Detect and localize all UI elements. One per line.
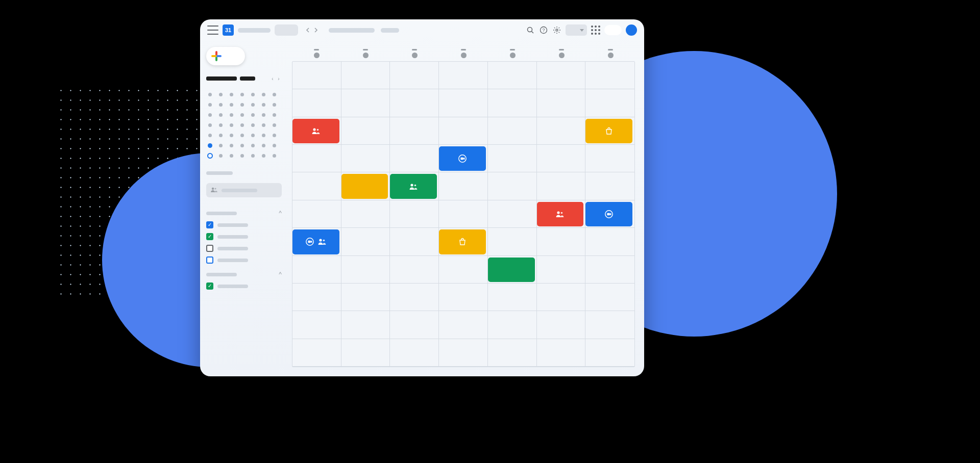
grid-cell[interactable] xyxy=(390,62,439,89)
grid-cell[interactable] xyxy=(292,200,341,228)
grid-cell[interactable] xyxy=(439,256,488,284)
mini-calendar-day[interactable] xyxy=(208,143,212,148)
grid-cell[interactable] xyxy=(390,89,439,117)
event[interactable] xyxy=(292,229,339,254)
grid-cell[interactable] xyxy=(390,145,439,172)
day-header[interactable] xyxy=(488,49,537,58)
mini-calendar-day[interactable] xyxy=(219,134,223,137)
mini-calendar-day[interactable] xyxy=(251,103,255,107)
grid-cell[interactable] xyxy=(488,145,537,172)
grid-cell[interactable] xyxy=(341,145,390,172)
grid-cell[interactable] xyxy=(488,200,537,228)
mini-calendar-day[interactable] xyxy=(219,144,223,147)
mini-calendar-day[interactable] xyxy=(208,123,212,127)
grid-cell[interactable] xyxy=(537,339,586,367)
grid-cell[interactable] xyxy=(292,145,341,172)
mini-calendar-day[interactable] xyxy=(219,103,223,107)
event[interactable] xyxy=(585,202,632,226)
grid-cell[interactable] xyxy=(341,256,390,284)
search-people-input[interactable] xyxy=(206,183,282,197)
mini-calendar-day[interactable] xyxy=(230,123,233,127)
mini-calendar-day[interactable] xyxy=(262,93,265,96)
calendar-group-header[interactable]: ^ xyxy=(206,210,282,217)
grid-cell[interactable] xyxy=(341,284,390,311)
calendar-item[interactable] xyxy=(206,256,282,264)
calendar-item[interactable] xyxy=(206,245,282,252)
event[interactable] xyxy=(341,174,388,198)
grid-cell[interactable] xyxy=(341,62,390,89)
grid-cell[interactable] xyxy=(585,256,634,284)
mini-next-button[interactable]: › xyxy=(276,75,282,82)
grid-cell[interactable] xyxy=(537,256,586,284)
grid-cell[interactable] xyxy=(537,284,586,311)
mini-calendar-day[interactable] xyxy=(230,134,233,137)
calendar-checkbox[interactable] xyxy=(206,282,213,290)
grid-cell[interactable] xyxy=(439,117,488,145)
grid-cell[interactable] xyxy=(390,284,439,311)
calendar-item[interactable] xyxy=(206,282,282,290)
grid-cell[interactable] xyxy=(341,228,390,255)
grid-cell[interactable] xyxy=(488,117,537,145)
grid-cell[interactable] xyxy=(341,117,390,145)
mini-calendar-day[interactable] xyxy=(240,103,244,107)
mini-calendar[interactable] xyxy=(206,91,282,159)
calendar-checkbox[interactable] xyxy=(206,221,213,228)
grid-cell[interactable] xyxy=(488,62,537,89)
mini-calendar-day[interactable] xyxy=(273,134,276,137)
mini-calendar-day[interactable] xyxy=(262,123,265,127)
grid-cell[interactable] xyxy=(390,200,439,228)
mini-calendar-day[interactable] xyxy=(230,103,233,107)
grid-cell[interactable] xyxy=(537,62,586,89)
grid-cell[interactable] xyxy=(341,311,390,339)
mini-calendar-day[interactable] xyxy=(251,154,255,158)
grid-cell[interactable] xyxy=(292,62,341,89)
day-header[interactable] xyxy=(439,49,488,58)
event[interactable] xyxy=(439,229,486,254)
grid-cell[interactable] xyxy=(585,62,634,89)
grid-cell[interactable] xyxy=(292,311,341,339)
calendar-group-header[interactable]: ^ xyxy=(206,271,282,278)
grid-cell[interactable] xyxy=(488,284,537,311)
grid-cell[interactable] xyxy=(585,145,634,172)
grid-cell[interactable] xyxy=(390,311,439,339)
calendar-grid[interactable] xyxy=(292,61,635,367)
mini-calendar-day[interactable] xyxy=(273,154,276,158)
grid-cell[interactable] xyxy=(488,311,537,339)
grid-cell[interactable] xyxy=(390,228,439,255)
grid-cell[interactable] xyxy=(488,89,537,117)
calendar-checkbox[interactable] xyxy=(206,233,213,240)
mini-calendar-day[interactable] xyxy=(262,144,265,147)
event[interactable] xyxy=(537,202,584,226)
mini-calendar-day[interactable] xyxy=(240,113,244,117)
grid-cell[interactable] xyxy=(537,117,586,145)
mini-calendar-day[interactable] xyxy=(240,123,244,127)
mini-calendar-day[interactable] xyxy=(240,154,244,158)
grid-cell[interactable] xyxy=(537,228,586,255)
mini-calendar-day[interactable] xyxy=(230,154,233,158)
account-switcher[interactable] xyxy=(604,25,622,35)
settings-icon[interactable] xyxy=(552,25,561,35)
mini-calendar-day[interactable] xyxy=(208,93,212,96)
grid-cell[interactable] xyxy=(585,172,634,200)
grid-cell[interactable] xyxy=(292,339,341,367)
mini-calendar-day[interactable] xyxy=(273,123,276,127)
mini-calendar-day[interactable] xyxy=(240,144,244,147)
grid-cell[interactable] xyxy=(439,284,488,311)
help-icon[interactable]: ? xyxy=(539,25,548,35)
grid-cell[interactable] xyxy=(341,89,390,117)
event[interactable] xyxy=(292,119,339,143)
apps-icon[interactable] xyxy=(591,25,600,35)
mini-calendar-day[interactable] xyxy=(273,113,276,117)
mini-calendar-day[interactable] xyxy=(208,134,212,137)
grid-cell[interactable] xyxy=(390,339,439,367)
event[interactable] xyxy=(390,174,437,198)
mini-calendar-day[interactable] xyxy=(273,103,276,107)
grid-cell[interactable] xyxy=(292,256,341,284)
mini-calendar-day[interactable] xyxy=(230,113,233,117)
calendar-checkbox[interactable] xyxy=(206,245,213,252)
mini-calendar-day[interactable] xyxy=(262,103,265,107)
grid-cell[interactable] xyxy=(537,311,586,339)
mini-calendar-day[interactable] xyxy=(251,144,255,147)
mini-calendar-day[interactable] xyxy=(219,113,223,117)
grid-cell[interactable] xyxy=(537,172,586,200)
